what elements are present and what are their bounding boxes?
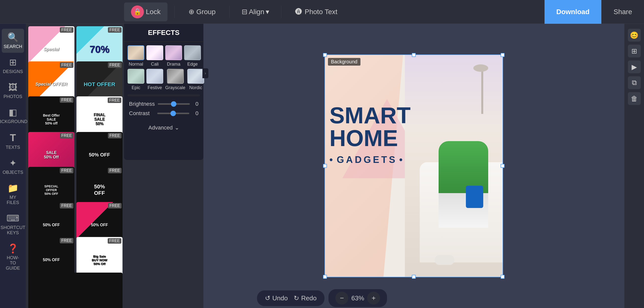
advanced-button[interactable]: Advanced ⌄ <box>124 122 204 134</box>
photo-text-label: Photo Text <box>305 8 338 16</box>
canvas-design: SMART HOME • GADGETS • <box>324 54 503 277</box>
contrast-slider[interactable] <box>157 113 189 114</box>
sidebar: 🔍 SEARCH ⊞ DESIGNS 🖼 PHOTOS ◧ BCKGROUND … <box>0 24 26 308</box>
sidebar-item-myfiles[interactable]: 📁 MY FILES <box>2 179 24 209</box>
effects-panel: EFFECTS Normal Cali Drama Edge Epic Fest… <box>124 24 204 160</box>
zoom-in-button[interactable]: + <box>367 292 380 305</box>
download-button[interactable]: Download <box>544 0 602 24</box>
room-robot <box>435 255 454 265</box>
effects-grid-row1: Normal Cali Drama Edge <box>124 42 204 69</box>
howto-icon: ❓ <box>8 243 18 254</box>
room-lamp-head <box>473 64 488 72</box>
divider-2 <box>230 6 230 18</box>
effect-label-normal: Normal <box>129 62 143 67</box>
contrast-value: 0 <box>192 110 198 117</box>
effect-nordic[interactable]: Nordic <box>187 69 204 90</box>
effect-thumb-grayscale <box>167 69 184 84</box>
align-label: Align <box>249 8 264 16</box>
advanced-label: Advanced <box>148 125 173 131</box>
canvas-subtitle: • GADGETS • <box>330 154 428 165</box>
sidebar-label-howto: HOW-TO GUIDE <box>5 255 21 271</box>
canvas-text-area: SMART HOME • GADGETS • <box>330 104 428 165</box>
tool-copy-icon[interactable]: ⧉ <box>628 76 641 89</box>
effect-epic[interactable]: Epic <box>128 69 144 90</box>
sidebar-item-texts[interactable]: T TEXTS <box>2 129 24 154</box>
tool-play-icon[interactable]: ▶ <box>628 60 641 73</box>
lock-button[interactable]: 🔒 Lock <box>124 2 168 21</box>
lock-icon: 🔒 <box>131 5 144 18</box>
effect-drama[interactable]: Drama <box>165 45 182 67</box>
canvas-title-line1: SMART <box>330 104 428 127</box>
brightness-slider[interactable] <box>158 103 190 105</box>
topbar-right: Download Share <box>544 0 644 24</box>
effect-edge[interactable]: Edge <box>184 45 201 67</box>
room-person <box>438 141 488 228</box>
redo-label: Redo <box>301 294 316 302</box>
effect-festive[interactable]: Festive <box>146 69 163 90</box>
topbar-center: 🔒 Lock ⊕ Group ⊟ Align ▾ 🅐 Photo Text <box>124 2 544 21</box>
shortcuts-icon: ⌨ <box>6 213 19 224</box>
align-icon: ⊟ <box>242 8 247 16</box>
align-button[interactable]: ⊟ Align ▾ <box>237 5 274 19</box>
share-button[interactable]: Share <box>601 0 644 24</box>
undo-label: Undo <box>272 294 288 302</box>
download-label: Download <box>556 8 590 15</box>
effect-label-cali: Cali <box>151 62 158 67</box>
effect-label-drama: Drama <box>167 62 180 67</box>
effects-grid-row2: Epic Festive Grayscale Nordic <box>124 69 204 92</box>
sidebar-label-objects: OBJECTS <box>3 170 23 175</box>
effect-normal[interactable]: Normal <box>128 45 144 67</box>
brightness-value: 0 <box>193 101 198 107</box>
sidebar-label-designs: DESIGNS <box>3 69 23 74</box>
canvas-container: Background <box>324 54 503 277</box>
myfiles-icon: 📁 <box>8 183 18 193</box>
canvas-title: SMART HOME <box>330 104 428 150</box>
photo-text-icon: 🅐 <box>295 8 302 16</box>
group-button[interactable]: ⊕ Group <box>182 5 222 19</box>
undo-redo-group: ↺ Undo ↻ Redo <box>257 291 324 306</box>
objects-icon: ✦ <box>9 158 16 168</box>
effects-title-text: EFFECTS <box>148 29 180 37</box>
sidebar-label-search: SEARCH <box>4 44 22 49</box>
designs-icon: ⊞ <box>9 57 16 68</box>
effect-thumb-epic <box>128 69 144 84</box>
sidebar-item-search[interactable]: 🔍 SEARCH <box>2 29 24 53</box>
sidebar-item-objects[interactable]: ✦ OBJECTS <box>2 154 24 178</box>
sidebar-item-background[interactable]: ◧ BCKGROUND <box>2 104 24 128</box>
photo-text-button[interactable]: 🅐 Photo Text <box>288 5 344 19</box>
effects-collapse-arrow[interactable]: › <box>202 68 208 78</box>
zoom-out-button[interactable]: − <box>336 292 348 305</box>
photos-icon: 🖼 <box>8 82 17 93</box>
sidebar-item-shortcuts[interactable]: ⌨ SHORTCUT KEYS <box>2 210 24 239</box>
lock-label: Lock <box>146 8 160 16</box>
tool-grid-icon[interactable]: ⊞ <box>628 45 641 57</box>
sidebar-label-texts: TEXTS <box>6 145 20 150</box>
effect-grayscale[interactable]: Grayscale <box>165 69 185 90</box>
topbar: 🔒 Lock ⊕ Group ⊟ Align ▾ 🅐 Photo Text Do… <box>0 0 644 24</box>
tool-delete-icon[interactable]: 🗑 <box>628 92 641 105</box>
effect-thumb-drama <box>165 45 182 60</box>
effects-controls: Brightness 0 Contrast 0 <box>124 98 204 122</box>
group-icon: ⊕ <box>188 8 194 16</box>
undo-button[interactable]: ↺ Undo <box>263 293 290 304</box>
contrast-label: Contrast <box>129 110 154 117</box>
effect-label-edge: Edge <box>187 62 198 67</box>
background-label: Background <box>328 58 360 66</box>
align-arrow: ▾ <box>266 8 269 16</box>
right-toolbar: 😊 ⊞ ▶ ⧉ 🗑 <box>624 24 644 308</box>
sidebar-label-photos: PHOTOS <box>4 94 22 99</box>
effect-cali[interactable]: Cali <box>146 45 163 67</box>
effects-more-row <box>128 94 200 96</box>
divider-1 <box>174 6 175 18</box>
sidebar-item-howto[interactable]: ❓ HOW-TO GUIDE <box>2 240 24 274</box>
canvas-title-line2: HOME <box>330 127 428 150</box>
effect-label-grayscale: Grayscale <box>165 85 185 90</box>
effect-label-epic: Epic <box>132 85 140 90</box>
sidebar-item-photos[interactable]: 🖼 PHOTOS <box>2 79 24 103</box>
search-icon: 🔍 <box>8 32 18 43</box>
brightness-label: Brightness <box>129 101 155 107</box>
tool-face-icon[interactable]: 😊 <box>628 29 641 42</box>
sidebar-item-designs[interactable]: ⊞ DESIGNS <box>2 54 24 78</box>
redo-button[interactable]: ↻ Redo <box>292 293 318 304</box>
zoom-out-icon: − <box>340 294 344 302</box>
